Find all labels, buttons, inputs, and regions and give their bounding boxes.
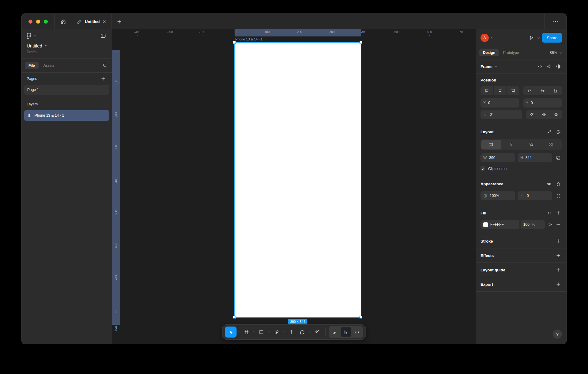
move-tool-menu[interactable] xyxy=(237,327,241,338)
align-h-center-button[interactable] xyxy=(493,86,507,95)
align-top-button[interactable] xyxy=(523,86,536,95)
align-v-center-button[interactable] xyxy=(536,86,549,95)
flip-horizontal-button[interactable] xyxy=(538,110,550,119)
search-button[interactable] xyxy=(101,62,109,69)
remove-fill-button[interactable] xyxy=(555,221,562,228)
dev-mode-button[interactable] xyxy=(352,327,362,337)
add-effect-button[interactable] xyxy=(555,252,562,259)
frame-tool-button[interactable] xyxy=(241,327,252,338)
x-position-input[interactable]: X 0 xyxy=(481,98,519,108)
tab-file[interactable]: File xyxy=(25,62,39,69)
fill-styles-button[interactable] xyxy=(545,209,553,217)
page-list-item[interactable]: Page 1 xyxy=(24,85,109,95)
constrain-proportions-button[interactable] xyxy=(555,154,562,161)
rotate-button[interactable] xyxy=(526,110,538,119)
comment-tool-button[interactable] xyxy=(297,327,307,338)
blend-mode-button[interactable] xyxy=(555,180,562,187)
layout-guide-section: Layout guide xyxy=(476,263,566,277)
pen-tool-button[interactable] xyxy=(271,327,282,338)
visibility-button[interactable] xyxy=(545,180,553,187)
independent-corners-button[interactable] xyxy=(555,192,562,199)
maximize-window-button[interactable] xyxy=(44,20,48,24)
width-input[interactable]: W 390 xyxy=(481,153,515,162)
selection-handle-bottom-left[interactable] xyxy=(233,316,236,319)
corner-radius-input[interactable]: 0 xyxy=(518,191,552,200)
rotation-value: 0° xyxy=(490,112,493,117)
file-tab[interactable]: Untitled xyxy=(72,14,111,29)
y-position-input[interactable]: Y 0 xyxy=(523,98,562,108)
file-location[interactable]: Drafts xyxy=(22,48,112,59)
avatar[interactable]: A xyxy=(481,34,489,42)
shape-tool-menu[interactable] xyxy=(267,327,271,338)
chevron-down-icon[interactable] xyxy=(491,36,494,39)
help-button[interactable]: ? xyxy=(553,330,562,339)
tab-prototype[interactable]: Prototype xyxy=(499,49,522,56)
add-auto-layout-button[interactable] xyxy=(555,128,562,135)
vertical-ruler[interactable]: 0 100 200 300 400 500 600 700 800 844 xyxy=(112,36,121,344)
new-tab-button[interactable] xyxy=(111,14,127,29)
home-button[interactable] xyxy=(55,14,72,29)
minimize-window-button[interactable] xyxy=(36,20,40,24)
layout-grid-button[interactable] xyxy=(541,140,562,149)
move-tool-button[interactable] xyxy=(225,327,237,338)
toggle-sidebar-button[interactable] xyxy=(100,32,107,40)
chevron-down-icon[interactable] xyxy=(537,36,540,39)
height-input[interactable]: H 844 xyxy=(518,153,552,162)
shape-tool-button[interactable] xyxy=(256,327,267,338)
selection-handle-top-left[interactable] xyxy=(233,41,236,44)
design-frame[interactable] xyxy=(235,43,361,317)
tab-assets[interactable]: Assets xyxy=(40,62,58,69)
text-tool-button[interactable]: T xyxy=(286,327,297,338)
add-export-button[interactable] xyxy=(555,281,562,288)
close-tab-icon[interactable] xyxy=(102,20,106,24)
share-button[interactable]: Share xyxy=(542,33,562,43)
actions-tool-button[interactable] xyxy=(312,327,322,338)
frame-tool-menu[interactable] xyxy=(252,327,256,338)
layout-horizontal-button[interactable] xyxy=(521,140,541,149)
horizontal-ruler[interactable]: -300 -200 -100 0 100 200 300 390 500 600… xyxy=(112,29,476,36)
zoom-menu[interactable]: 86% xyxy=(550,51,564,55)
fill-opacity-input[interactable]: 100 % xyxy=(521,220,545,229)
design-mode-button[interactable] xyxy=(341,327,351,337)
align-right-button[interactable] xyxy=(506,86,519,95)
play-icon xyxy=(529,35,534,40)
stroke-header: Stroke xyxy=(481,239,493,244)
align-left-button[interactable] xyxy=(481,86,493,95)
component-button[interactable] xyxy=(545,63,553,70)
add-fill-button[interactable] xyxy=(555,209,562,217)
selection-type-label[interactable]: Frame xyxy=(481,64,492,69)
selection-handle-bottom-right[interactable] xyxy=(360,316,362,319)
layout-vertical-button[interactable] xyxy=(501,140,522,149)
comment-tool-menu[interactable] xyxy=(308,327,312,338)
export-section: Export xyxy=(476,277,566,291)
theme-toggle-button[interactable] xyxy=(555,63,562,70)
fill-color-input[interactable]: FFFFFF xyxy=(481,220,519,229)
fill-visibility-button[interactable] xyxy=(546,221,553,228)
layout-freeform-button[interactable] xyxy=(481,140,501,149)
flip-vertical-button[interactable] xyxy=(550,110,562,119)
chevron-down-icon[interactable] xyxy=(45,44,47,47)
main-menu-button[interactable] xyxy=(27,33,36,39)
draw-mode-button[interactable] xyxy=(330,327,340,337)
add-stroke-button[interactable] xyxy=(555,237,562,245)
add-layout-guide-button[interactable] xyxy=(555,266,562,274)
clip-content-checkbox[interactable] xyxy=(481,166,485,171)
resize-to-fit-button[interactable] xyxy=(545,128,553,135)
add-page-button[interactable] xyxy=(100,75,107,82)
close-window-button[interactable] xyxy=(28,20,32,24)
opacity-input[interactable]: 100% xyxy=(481,191,515,200)
dev-code-button[interactable] xyxy=(536,63,544,70)
window-menu-button[interactable] xyxy=(545,14,566,29)
tab-design[interactable]: Design xyxy=(479,49,499,56)
rotation-input[interactable]: 0° xyxy=(481,110,522,119)
file-name[interactable]: Untitled xyxy=(27,43,42,48)
chevron-down-icon[interactable] xyxy=(495,65,498,68)
pen-tool-menu[interactable] xyxy=(282,327,286,338)
layer-row-selected[interactable]: iPhone 13 & 14 - 1 xyxy=(24,110,109,121)
canvas[interactable]: -300 -200 -100 0 100 200 300 390 500 600… xyxy=(112,29,476,344)
align-bottom-button[interactable] xyxy=(549,86,562,95)
fill-color-swatch[interactable] xyxy=(483,222,488,227)
frame-title-label[interactable]: iPhone 13 & 14 - 1 xyxy=(235,37,262,41)
present-button[interactable] xyxy=(528,34,535,41)
selection-handle-top-right[interactable] xyxy=(360,41,362,44)
